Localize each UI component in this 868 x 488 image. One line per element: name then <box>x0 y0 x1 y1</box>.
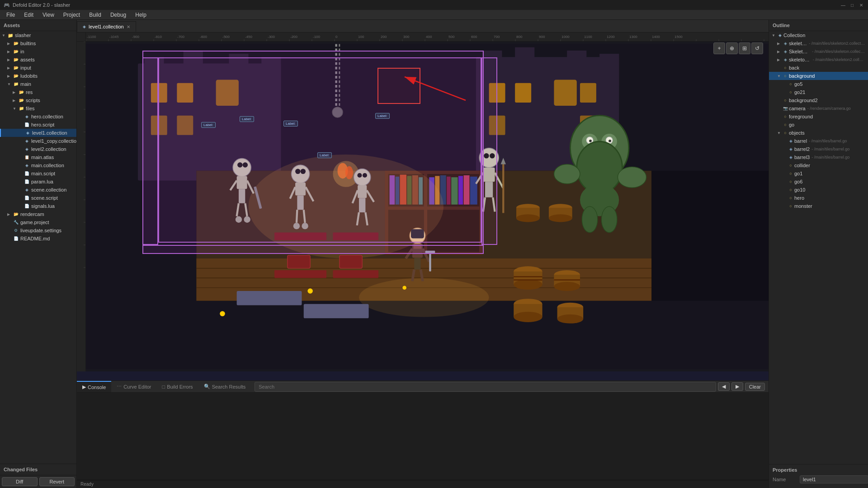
property-name-input[interactable] <box>800 475 868 483</box>
scene-view[interactable]: -1100 -1045 -900 -810 -700 -600 -500 -45… <box>77 33 769 380</box>
tree-item-scripts[interactable]: ▶ 📂 scripts <box>0 96 76 104</box>
move-tool-button[interactable]: ⊞ <box>739 42 750 54</box>
tree-item-assets[interactable]: ▶ 📂 assets <box>0 56 76 64</box>
svg-rect-200 <box>340 255 362 268</box>
outline-item-skeleton[interactable]: ▶ ◈ skeleton - /main/tiles/skeleton2.col… <box>769 39 868 47</box>
menu-file[interactable]: File <box>2 11 19 19</box>
tree-item-level2-collection[interactable]: ◈ level2.collection <box>0 145 76 153</box>
tree-item-level1-collection[interactable]: ◈ level1.collection <box>0 129 76 137</box>
svg-point-181 <box>609 140 611 142</box>
outline-item-go10[interactable]: ○ go10 <box>769 186 868 194</box>
tree-item-main-script[interactable]: 📄 main.script <box>0 169 76 178</box>
outline-item-camera[interactable]: 📷 camera - /rendercam/camera.go <box>769 104 868 113</box>
game-scene[interactable]: Label: Label: Label: Label: Label: <box>86 42 769 371</box>
label-skeleton2: Label: <box>240 116 254 122</box>
maximize-button[interactable]: □ <box>849 2 855 8</box>
outline-item-go[interactable]: ○ go <box>769 121 868 129</box>
tree-item-rendercam[interactable]: ▶ 📂 rendercam <box>0 210 76 218</box>
outline-item-monster[interactable]: ○ monster <box>769 202 868 210</box>
tree-item-hero-script[interactable]: 📄 hero.script <box>0 121 76 129</box>
tab-label: level1.collection <box>89 24 124 29</box>
tree-item-in[interactable]: ▶ 📂 in <box>0 47 76 56</box>
prev-result-button[interactable]: ◀ <box>718 382 730 391</box>
tree-item-scene-collection[interactable]: ◈ scene.collection <box>0 186 76 194</box>
console-content <box>77 393 769 480</box>
menu-project[interactable]: Project <box>59 11 85 19</box>
outline-item-barrel3[interactable]: ◈ barrel3 - /main/tiles/barrel.go <box>769 153 868 161</box>
menu-build[interactable]: Build <box>85 11 106 19</box>
tree-item-readme[interactable]: 📄 README.md <box>0 235 76 243</box>
tree-item-main-collection[interactable]: ◈ main.collection <box>0 161 76 169</box>
tree-item-files[interactable]: ▼ 📁 files <box>0 104 76 113</box>
svg-point-131 <box>359 278 489 317</box>
label-hero: Label: <box>317 152 332 158</box>
tree-item-scene-script[interactable]: 📄 scene.script <box>0 194 76 202</box>
select-tool-button[interactable]: ⊕ <box>726 42 738 54</box>
diff-button[interactable]: Diff <box>2 477 38 486</box>
close-button[interactable]: ✕ <box>858 2 864 8</box>
window-controls: — □ ✕ <box>840 2 864 8</box>
tree-item-signals-lua[interactable]: 📄 signals.lua <box>0 202 76 210</box>
menu-debug[interactable]: Debug <box>106 11 131 19</box>
tab-close-button[interactable]: ✕ <box>127 24 130 29</box>
tab-search-results[interactable]: 🔍 Search Results <box>198 381 251 392</box>
console-search-input[interactable] <box>255 382 716 392</box>
outline-item-go21[interactable]: ○ go21 <box>769 88 868 96</box>
svg-text:-900: -900 <box>132 35 140 39</box>
tree-item-level1copy-collection[interactable]: ◈ level1_copy.collection <box>0 137 76 145</box>
svg-rect-229 <box>237 291 302 305</box>
menu-edit[interactable]: Edit <box>19 11 38 19</box>
svg-text:900: 900 <box>539 35 545 39</box>
outline-item-skeleton21[interactable]: ▶ ◈ skeleton21 - /main/tiles/skeleton2.c… <box>769 56 868 64</box>
property-name-row: Name <box>773 475 864 483</box>
outline-item-go6[interactable]: ○ go6 <box>769 178 868 186</box>
tree-item-param-lua[interactable]: 📄 param.lua <box>0 178 76 186</box>
outline-item-go1[interactable]: ○ go1 <box>769 169 868 178</box>
tree-item-liveupdate[interactable]: ⚙ liveupdate.settings <box>0 226 76 235</box>
tab-build-errors[interactable]: □ Build Errors <box>157 381 198 392</box>
tab-icon: ◈ <box>83 24 86 29</box>
outline-item-barrel[interactable]: ◈ barrel - /main/tiles/barrel.go <box>769 137 868 145</box>
outline-item-hero[interactable]: ○ hero <box>769 194 868 202</box>
outline-item-barrel2[interactable]: ◈ barrel2 - /main/tiles/barrel.go <box>769 145 868 153</box>
assets-panel: Assets ▼ 📁 slasher ▶ 📂 builtins ▶ 📂 in <box>0 20 77 488</box>
next-result-button[interactable]: ▶ <box>731 382 743 391</box>
bottom-selection-rect <box>142 245 484 254</box>
menu-view[interactable]: View <box>38 11 59 19</box>
svg-point-212 <box>514 312 542 322</box>
search-results-label: Search Results <box>212 384 246 389</box>
tab-console[interactable]: ▶ Console <box>77 381 111 392</box>
outline-item-go5[interactable]: ○ go5 <box>769 80 868 88</box>
outline-item-skeleton1[interactable]: ▶ ◈ Skeleton1 - /main/tiles/skeleton.col… <box>769 47 868 56</box>
tree-item-ludobits[interactable]: ▶ 📂 ludobits <box>0 72 76 80</box>
assets-tree[interactable]: ▼ 📁 slasher ▶ 📂 builtins ▶ 📂 in ▶ 📂 asse… <box>0 31 76 464</box>
tree-item-main-atlas[interactable]: 📋 main.atlas <box>0 153 76 161</box>
menubar: File Edit View Project Build Debug Help <box>0 10 868 20</box>
outline-item-back[interactable]: ○ back <box>769 64 868 72</box>
tree-item-slasher[interactable]: ▼ 📁 slasher <box>0 31 76 39</box>
menu-help[interactable]: Help <box>131 11 151 19</box>
label-skeleton3: Label: <box>283 121 298 127</box>
tree-item-game-project[interactable]: 🔧 game.project <box>0 218 76 226</box>
outline-item-background2[interactable]: ○ background2 <box>769 96 868 104</box>
clear-button[interactable]: Clear <box>745 383 765 391</box>
minimize-button[interactable]: — <box>840 2 846 8</box>
revert-button[interactable]: Revert <box>39 477 75 486</box>
outline-tree[interactable]: ▼ ◈ Collection ▶ ◈ skeleton - /main/tile… <box>769 31 868 464</box>
tab-curve-editor[interactable]: ⋯ Curve Editor <box>111 381 156 392</box>
add-object-button[interactable]: + <box>713 42 725 54</box>
outline-item-collection[interactable]: ▼ ◈ Collection <box>769 31 868 39</box>
outline-item-objects[interactable]: ▼ ○ objects <box>769 129 868 137</box>
tree-item-main[interactable]: ▼ 📁 main <box>0 80 76 88</box>
tab-level1-collection[interactable]: ◈ level1.collection ✕ <box>77 21 136 32</box>
tree-item-res[interactable]: ▶ 📂 res <box>0 88 76 96</box>
outline-item-background[interactable]: ▼ ○ background <box>769 72 868 80</box>
rotate-tool-button[interactable]: ↺ <box>751 42 763 54</box>
outline-item-collider[interactable]: ○ collider <box>769 161 868 169</box>
tree-item-builtins[interactable]: ▶ 📂 builtins <box>0 39 76 47</box>
center-panel: ◈ level1.collection ✕ <box>77 20 769 488</box>
outline-item-foreground[interactable]: ○ foreground <box>769 113 868 121</box>
tree-item-hero-collection[interactable]: ◈ hero.collection <box>0 113 76 121</box>
svg-rect-92 <box>599 54 619 86</box>
tree-item-input[interactable]: ▶ 📂 input <box>0 64 76 72</box>
